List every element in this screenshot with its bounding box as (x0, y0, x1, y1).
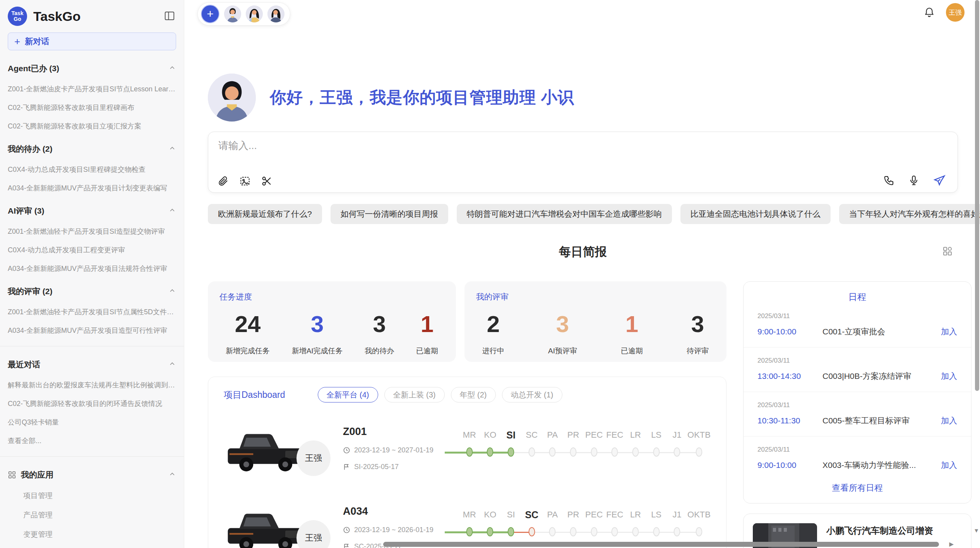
recent-chat-item[interactable]: C02-飞腾新能源轻客改款项目的闭环通告反馈情况 (8, 399, 176, 408)
section-header-my-apps[interactable]: 我的应用 (8, 468, 176, 481)
clock-icon (343, 526, 350, 534)
section-my-apps: 我的应用 项目管理 产品管理 变更管理 查看全部... (8, 468, 176, 548)
milestone-dot (528, 527, 535, 536)
stat-pending-review: 3 待评审 (687, 311, 709, 356)
section-header-my-review[interactable]: 我的评审 (2) (8, 285, 176, 298)
collapse-sidebar-icon[interactable] (163, 10, 176, 23)
sidebar-item[interactable]: A034-全新新能源MUV产品开发项目计划变更表编写 (8, 183, 176, 193)
suggestion-chip[interactable]: 欧洲新规最近颁布了什么? (208, 204, 322, 224)
milestone-dot (696, 527, 702, 536)
filter-tab-model-year[interactable]: 年型 (2) (451, 387, 496, 402)
join-meeting-link[interactable]: 加入 (941, 460, 957, 471)
truck-image (224, 504, 306, 548)
clock-icon (343, 447, 350, 454)
sidebar-item[interactable]: Z001-全新燃油轻卡产品开发项目SI造型提交物评审 (8, 227, 176, 236)
user-avatar[interactable]: 王强 (946, 3, 965, 22)
sidebar-item[interactable]: Z001-全新燃油轻卡产品开发项目SI节点属性5D文件评审 (8, 307, 176, 317)
schedule-title: 日程 (744, 291, 971, 303)
vertical-scrollbar-thumb[interactable] (975, 0, 979, 391)
recent-chat-item[interactable]: 公司Q3轻卡销量 (8, 418, 176, 427)
sidebar-item[interactable]: A034-全新新能源MUV产品开发项目造型可行性评审 (8, 326, 176, 335)
milestone-dot (487, 447, 493, 457)
vertical-scrollbar[interactable]: ▼ (975, 0, 979, 548)
project-row[interactable]: 王强 Z001 2023-12-19 ~ 2027-01-19 SI-2025-… (224, 424, 711, 482)
milestone-dot (549, 527, 556, 536)
section-header-my-todo[interactable]: 我的待办 (2) (8, 142, 176, 156)
send-icon[interactable] (933, 174, 946, 187)
add-conversation-button[interactable]: + (201, 5, 219, 23)
avatar-colleague-1[interactable] (224, 5, 241, 22)
join-meeting-link[interactable]: 加入 (941, 415, 957, 426)
avatar-colleague-2[interactable] (246, 5, 263, 22)
milestone-dot (612, 447, 618, 457)
conversation-switcher: + (197, 2, 290, 26)
scroll-right-arrow-icon[interactable]: ▶ (949, 541, 954, 548)
layout-grid-icon[interactable] (942, 245, 953, 258)
recent-chat-item[interactable]: 解释最新出台的欧盟报废车法规再生塑料比例被调到15%... (8, 380, 176, 390)
suggestion-chip[interactable]: 如何写一份清晰的项目周报 (331, 204, 448, 224)
phone-call-icon[interactable] (883, 175, 895, 186)
new-chat-button[interactable]: + 新对话 (8, 33, 176, 50)
scissors-icon[interactable] (261, 175, 272, 187)
sidebar-item[interactable]: C02-飞腾新能源轻客改款项目立项汇报方案 (8, 122, 176, 131)
app-item-product-mgmt[interactable]: 产品管理 (23, 510, 176, 520)
assistant-avatar (208, 74, 256, 122)
suggestion-chip[interactable]: 特朗普可能对进口汽车增税会对中国车企造成哪些影响 (457, 204, 672, 224)
task-progress-card: 任务进度 24 新增完成任务 3 新增AI完成任务 3 我的待办 (208, 281, 456, 362)
join-meeting-link[interactable]: 加入 (941, 371, 957, 382)
app-item-project-mgmt[interactable]: 项目管理 (23, 491, 176, 501)
image-icon[interactable] (239, 175, 251, 187)
filter-tab-new-platform[interactable]: 全新平台 (4) (318, 387, 378, 402)
avatar-colleague-3[interactable] (267, 5, 284, 22)
app-item-change-mgmt[interactable]: 变更管理 (23, 529, 176, 539)
sidebar-item[interactable]: A034-全新新能源MUV产品开发项目法规符合性评审 (8, 264, 176, 273)
join-meeting-link[interactable]: 加入 (941, 326, 957, 337)
flag-icon (343, 463, 350, 471)
sidebar-item[interactable]: Z001-全新燃油皮卡产品开发项目SI节点Lesson Learn报告 (8, 84, 176, 94)
project-dates: 2023-12-19 ~ 2027-01-19 (354, 446, 433, 454)
event-time: 9:00-10:00 (757, 461, 822, 470)
milestone-dot (591, 527, 597, 536)
card-title: 任务进度 (219, 291, 444, 302)
divider (0, 456, 184, 457)
milestone-dot (570, 527, 577, 536)
notifications-bell-icon[interactable] (923, 6, 935, 19)
taskgo-app: Task Go TaskGo + 新对话 Agent已办 (3) Z001-全新… (0, 0, 980, 548)
section-header-ai-review[interactable]: AI评审 (3) (8, 204, 176, 217)
milestone-timeline: MR KO SI SC PA PR PEC FEC LR LS J1 OKTB (459, 508, 711, 538)
suggestion-chip[interactable]: 比亚迪全固态电池计划具体说了什么 (680, 204, 831, 224)
section-header-agent-done[interactable]: Agent已办 (3) (8, 62, 176, 75)
schedule-event: 2025/03/11 10:30-11:30 C005-整车工程目标评审 加入 (744, 392, 971, 437)
section-header-recent-chats[interactable]: 最近对话 (8, 358, 176, 371)
sidebar: Task Go TaskGo + 新对话 Agent已办 (3) Z001-全新… (0, 0, 184, 548)
sidebar-item[interactable]: C0X4-动力总成开发项目工程变更评审 (8, 245, 176, 255)
composer (208, 132, 958, 193)
sidebar-item[interactable]: C0X4-动力总成开发项目SI里程碑提交物检查 (8, 165, 176, 174)
divider (0, 346, 184, 346)
project-dates: 2023-12-19 ~ 2026-01-19 (354, 526, 433, 534)
view-all-schedule-link[interactable]: 查看所有日程 (832, 482, 883, 494)
event-time: 13:00-14:30 (757, 372, 822, 381)
event-time: 9:00-10:00 (757, 327, 822, 336)
app-title: TaskGo (33, 9, 163, 24)
microphone-icon[interactable] (908, 175, 920, 186)
view-all-chats-link[interactable]: 查看全部... (8, 436, 176, 445)
filter-tab-powertrain[interactable]: 动总开发 (1) (502, 387, 562, 402)
milestone-dot (528, 447, 535, 457)
message-input[interactable] (218, 140, 947, 152)
chevron-up-icon (168, 470, 176, 480)
milestone-dot (632, 447, 639, 457)
milestone-dot (549, 447, 556, 457)
milestone-dot (632, 527, 639, 536)
milestone-dot (487, 527, 493, 536)
sidebar-item[interactable]: C02-飞腾新能源轻客改款项目里程碑画布 (8, 103, 176, 112)
horizontal-scrollbar[interactable]: ▶ (382, 541, 963, 547)
suggestion-chip[interactable]: 当下年轻人对汽车外观有怎样的喜好趋势 (839, 204, 980, 224)
milestone-dot (508, 447, 514, 457)
horizontal-scrollbar-thumb[interactable] (383, 542, 939, 547)
milestone-dot (508, 527, 514, 536)
scroll-down-arrow-icon[interactable]: ▼ (973, 527, 979, 534)
stat-review-overdue: 1 已逾期 (621, 311, 643, 356)
attachment-icon[interactable] (218, 175, 229, 187)
filter-tab-new-body[interactable]: 全新上装 (3) (384, 387, 445, 402)
